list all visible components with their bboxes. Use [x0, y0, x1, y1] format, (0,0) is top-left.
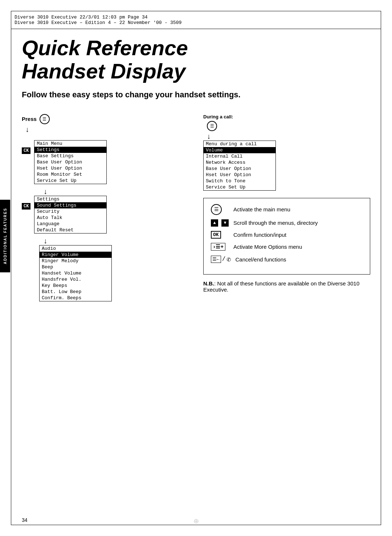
registration-mark: ⊕ [193, 517, 199, 525]
menu-item: Network Access [204, 159, 275, 166]
menu-item: Main Menu [34, 141, 106, 147]
arrow-down-1: ↓ [25, 126, 189, 133]
arrow-up-icon: ▲ [211, 219, 218, 227]
menu-item: Menu during a call [204, 141, 275, 147]
menu-item: Audio [40, 245, 111, 252]
ck-button-2: CK [22, 203, 30, 210]
arrow-down-3: ↓ [44, 237, 189, 244]
menu-item: Service Set Up [204, 184, 275, 190]
ck-button-1: CK [22, 147, 30, 154]
menu-box-3-wrapper: Audio Ringer Volume Ringer Melody Beep H… [39, 245, 189, 301]
more-options-icon: ›☰+ [211, 243, 229, 251]
menu-icon-press: ☰ [40, 114, 50, 124]
main-menu-icon: ☰ [211, 204, 229, 215]
left-column: Press ☰ ↓ CK Main Menu Settings Base Set… [22, 114, 189, 301]
menu-item: Room Monitor Set [34, 171, 106, 178]
main-title: Quick Reference Handset Display [22, 36, 370, 83]
columns-layout: Press ☰ ↓ CK Main Menu Settings Base Set… [22, 114, 370, 301]
arrow-down-right: ↓ [207, 133, 370, 140]
menu-item: Base User Option [34, 159, 106, 165]
menu-item: Default Reset [34, 227, 106, 233]
during-call-label: During a call: [203, 114, 370, 119]
info-text-menu: Activate the main menu [233, 206, 290, 212]
info-row-more: ›☰+ Activate More Options menu [211, 243, 363, 251]
info-row-menu: ☰ Activate the main menu [211, 204, 363, 215]
menu-item: Base Settings [34, 153, 106, 159]
menu-item: Settings [34, 196, 106, 202]
info-row-cancel: ☰← / ✆ Cancel/end functions [211, 255, 363, 264]
menu-item: Handset Volume [40, 270, 111, 276]
menu-icon-call: ☰ [207, 121, 217, 131]
menu-item: Internal Call [204, 153, 275, 159]
info-row-arrows: ▲ ▼ Scroll through the menus, directory [211, 219, 363, 227]
menu-item: Hset User Option [34, 165, 106, 171]
press-label: Press [22, 116, 37, 122]
menu-item: Service Set Up [34, 178, 106, 184]
arrow-down-2: ↓ [44, 188, 189, 195]
ok-box: OK [211, 231, 221, 239]
menu-item: Switch to Tone [204, 178, 275, 184]
menu-item-selected: Sound Settings [34, 202, 106, 208]
cancel-symbol: ☰← [211, 256, 221, 263]
menu-item-selected: Ringer Volume [40, 252, 111, 258]
menu-item: Hset User Option [204, 172, 275, 178]
arrow-down-icon: ▼ [221, 219, 229, 227]
info-text-cancel: Cancel/end functions [235, 256, 286, 263]
menu-box-3: Audio Ringer Volume Ringer Melody Beep H… [39, 245, 112, 301]
menu-item: Security [34, 208, 106, 215]
during-call-section: During a call: ☰ ↓ Menu during a call Vo… [203, 114, 370, 191]
menu-item-selected: Volume [204, 147, 275, 153]
menu-item: Language [34, 221, 106, 227]
menu-box-2: Settings Sound Settings Security Auto Ta… [34, 196, 107, 234]
main-content: Quick Reference Handset Display Follow t… [22, 29, 370, 514]
ck-row-1: CK Main Menu Settings Base Settings Base… [22, 140, 189, 184]
menu-item: Batt. Low Beep [40, 289, 111, 295]
nb-label: N.B. [203, 280, 214, 287]
side-label: ADDITIONAL FEATURES [0, 200, 10, 272]
subtitle: Follow these easy steps to change your h… [22, 90, 370, 100]
nb-text: N.B.: Not all of these functions are ava… [203, 280, 370, 293]
header-bar: Diverse 3010 Executive 22/3/01 12:03 pm … [11, 11, 381, 29]
menu-item: Key Beeps [40, 283, 111, 289]
menu-item: Handsfree Vol. [40, 276, 111, 283]
right-column: During a call: ☰ ↓ Menu during a call Vo… [203, 114, 370, 301]
slash-separator: / [222, 256, 226, 263]
info-text-more: Activate More Options menu [233, 244, 302, 250]
header-text: Diverse 3010 Executive 22/3/01 12:03 pm … [15, 15, 181, 25]
info-box: ☰ Activate the main menu ▲ ▼ Scroll thro… [203, 198, 370, 275]
scroll-arrows-icon: ▲ ▼ [211, 219, 229, 227]
phone-icon: ✆ [226, 255, 231, 264]
ok-icon: OK [211, 231, 229, 239]
menu-item: Beep [40, 264, 111, 270]
cancel-icon: ☰← / ✆ [211, 255, 231, 264]
info-text-ok: Confirm function/input [233, 232, 286, 238]
info-text-arrows: Scroll through the menus, directory [233, 220, 318, 226]
menu-item: Confirm. Beeps [40, 295, 111, 301]
menu-item: Ringer Melody [40, 258, 111, 264]
page-number: 34 [22, 517, 28, 523]
press-section: Press ☰ ↓ [22, 114, 189, 133]
info-row-ok: OK Confirm function/input [211, 231, 363, 239]
more-icon-symbol: ›☰+ [211, 243, 225, 251]
menu-box-1: Main Menu Settings Base Settings Base Us… [34, 140, 107, 184]
ck-row-2: CK Settings Sound Settings Security Auto… [22, 196, 189, 234]
menu-item: Base User Option [204, 166, 275, 172]
menu-item-selected: Settings [34, 147, 106, 153]
right-menu-box: Menu during a call Volume Internal Call … [203, 141, 276, 191]
menu-item: Auto Talk [34, 215, 106, 221]
